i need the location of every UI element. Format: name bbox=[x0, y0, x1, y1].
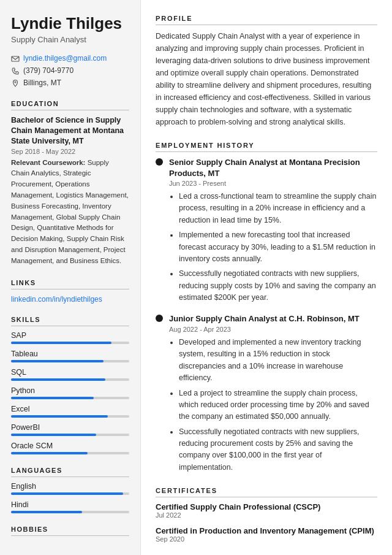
contact-email: lyndie.thilges@gmail.com bbox=[11, 54, 129, 63]
certificates-title: CERTIFICATES bbox=[156, 487, 377, 497]
links-title: LINKS bbox=[11, 279, 129, 289]
jobs-list: Senior Supply Chain Analyst at Montana P… bbox=[156, 157, 377, 473]
edu-coursework: Relevant Coursework: Supply Chain Analyt… bbox=[11, 158, 129, 267]
skill-item: Excel bbox=[11, 405, 129, 418]
svg-point-1 bbox=[15, 82, 16, 83]
cert-date: Sep 2020 bbox=[156, 535, 377, 543]
links-section: LINKS linkedin.com/in/lyndiethilges bbox=[11, 279, 129, 304]
email-icon bbox=[11, 55, 20, 63]
education-section: EDUCATION Bachelor of Science in Supply … bbox=[11, 100, 129, 267]
profile-text: Dedicated Supply Chain Analyst with a ye… bbox=[156, 30, 377, 128]
certs-list: Certified Supply Chain Professional (CSC… bbox=[156, 502, 377, 543]
certificates-section: CERTIFICATES Certified Supply Chain Prof… bbox=[156, 487, 377, 543]
job-bullets: Developed and implemented a new inventor… bbox=[169, 337, 377, 473]
skill-name: Tableau bbox=[11, 350, 129, 358]
phone-text: (379) 704-9770 bbox=[23, 66, 74, 75]
coursework-text: Supply Chain Analytics, Strategic Procur… bbox=[11, 159, 129, 264]
phone-icon bbox=[11, 67, 20, 75]
skills-section: SKILLS SAP Tableau SQL Python Excel bbox=[11, 316, 129, 454]
job-dot bbox=[156, 315, 163, 322]
email-link[interactable]: lyndie.thilges@gmail.com bbox=[23, 54, 107, 63]
skill-bar-bg bbox=[11, 360, 129, 362]
skill-item: SAP bbox=[11, 331, 129, 344]
linkedin-link[interactable]: linkedin.com/in/lyndiethilges bbox=[11, 295, 102, 304]
skill-item: Oracle SCM bbox=[11, 442, 129, 454]
edu-degree: Bachelor of Science in Supply Chain Mana… bbox=[11, 115, 129, 147]
skill-name: Oracle SCM bbox=[11, 442, 129, 450]
skill-bar-fill bbox=[11, 452, 88, 454]
job-bullet: Successfully negotiated contracts with n… bbox=[179, 426, 377, 474]
job-dot bbox=[156, 158, 163, 166]
skill-bar-bg bbox=[11, 452, 129, 454]
skill-name: Excel bbox=[11, 405, 129, 413]
job-dates: Jun 2023 - Present bbox=[169, 180, 377, 187]
skill-bar-fill bbox=[11, 360, 104, 362]
skill-bar-bg bbox=[11, 342, 129, 344]
skills-list: SAP Tableau SQL Python Excel P bbox=[11, 331, 129, 454]
employment-title: EMPLOYMENT HISTORY bbox=[156, 142, 377, 152]
job-dates: Aug 2022 - Apr 2023 bbox=[169, 326, 377, 333]
language-name: Hindi bbox=[11, 500, 129, 509]
hobbies-section: HOBBIES bbox=[11, 526, 129, 536]
language-item: English bbox=[11, 482, 129, 495]
coursework-label: Relevant Coursework: bbox=[11, 159, 88, 166]
contact-location: Billings, MT bbox=[11, 78, 129, 88]
skill-bar-fill bbox=[11, 378, 105, 381]
language-name: English bbox=[11, 482, 129, 491]
cert-item: Certified Supply Chain Professional (CSC… bbox=[156, 502, 377, 519]
skill-bar-bg bbox=[11, 415, 129, 418]
job-bullet: Implemented a new forecasting tool that … bbox=[179, 229, 377, 265]
profile-section: PROFILE Dedicated Supply Chain Analyst w… bbox=[156, 15, 377, 128]
job-bullet: Led a cross-functional team to streamlin… bbox=[179, 191, 377, 226]
education-title: EDUCATION bbox=[11, 100, 129, 110]
sidebar: Lyndie Thilges Supply Chain Analyst lynd… bbox=[0, 0, 141, 555]
contact-phone: (379) 704-9770 bbox=[11, 66, 129, 75]
skill-name: SAP bbox=[11, 331, 129, 340]
location-text: Billings, MT bbox=[23, 78, 61, 87]
cert-item: Certified in Production and Inventory Ma… bbox=[156, 526, 377, 543]
language-bar-fill bbox=[11, 511, 82, 513]
main-content: PROFILE Dedicated Supply Chain Analyst w… bbox=[141, 0, 392, 555]
language-item: Hindi bbox=[11, 500, 129, 513]
profile-title: PROFILE bbox=[156, 15, 377, 25]
candidate-job-title: Supply Chain Analyst bbox=[11, 35, 129, 44]
hobbies-title: HOBBIES bbox=[11, 526, 129, 536]
job-bullets: Led a cross-functional team to streamlin… bbox=[169, 191, 377, 304]
job-title-text: Junior Supply Chain Analyst at C.H. Robi… bbox=[169, 313, 360, 324]
skill-name: SQL bbox=[11, 368, 129, 377]
skill-item: PowerBI bbox=[11, 423, 129, 436]
skill-bar-fill bbox=[11, 397, 94, 399]
skill-name: PowerBI bbox=[11, 423, 129, 432]
skill-item: SQL bbox=[11, 368, 129, 381]
languages-list: English Hindi bbox=[11, 482, 129, 513]
linkedin-link-item: linkedin.com/in/lyndiethilges bbox=[11, 294, 129, 304]
cert-date: Jul 2022 bbox=[156, 511, 377, 519]
edu-dates: Sep 2018 - May 2022 bbox=[11, 148, 129, 155]
skill-bar-fill bbox=[11, 342, 111, 344]
location-icon bbox=[11, 79, 20, 88]
skill-item: Python bbox=[11, 386, 129, 399]
job-bullet: Developed and implemented a new inventor… bbox=[179, 337, 377, 385]
contact-list: lyndie.thilges@gmail.com (379) 704-9770 … bbox=[11, 54, 129, 88]
skill-name: Python bbox=[11, 386, 129, 395]
job-entry: Senior Supply Chain Analyst at Montana P… bbox=[156, 157, 377, 304]
skills-title: SKILLS bbox=[11, 316, 129, 326]
skill-bar-bg bbox=[11, 378, 129, 381]
job-bullet: Successfully negotiated contracts with n… bbox=[179, 268, 377, 304]
languages-title: LANGUAGES bbox=[11, 467, 129, 477]
skill-bar-fill bbox=[11, 434, 96, 436]
cert-name: Certified Supply Chain Professional (CSC… bbox=[156, 502, 377, 511]
skill-bar-bg bbox=[11, 397, 129, 399]
language-bar-bg bbox=[11, 511, 129, 513]
skill-item: Tableau bbox=[11, 350, 129, 362]
job-bullet: Led a project to streamline the supply c… bbox=[179, 388, 377, 423]
skill-bar-fill bbox=[11, 415, 108, 418]
language-bar-bg bbox=[11, 492, 129, 495]
cert-name: Certified in Production and Inventory Ma… bbox=[156, 526, 377, 535]
employment-section: EMPLOYMENT HISTORY Senior Supply Chain A… bbox=[156, 142, 377, 473]
languages-section: LANGUAGES English Hindi bbox=[11, 467, 129, 513]
language-bar-fill bbox=[11, 492, 123, 495]
candidate-name: Lyndie Thilges bbox=[11, 15, 129, 33]
skill-bar-bg bbox=[11, 434, 129, 436]
resume-container: Lyndie Thilges Supply Chain Analyst lynd… bbox=[0, 0, 392, 555]
